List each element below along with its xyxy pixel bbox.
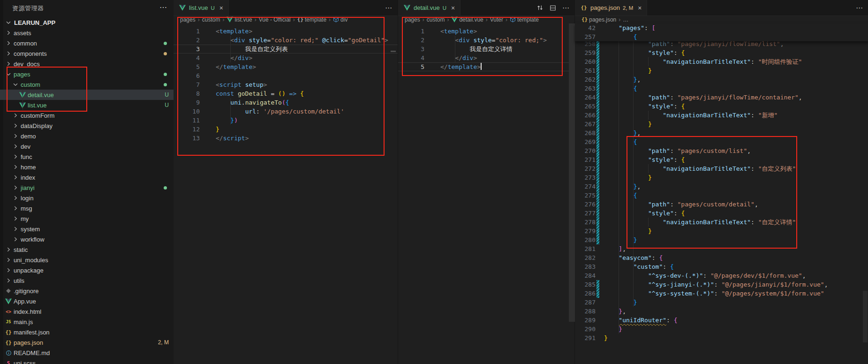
sidebar-item-uni-scss[interactable]: Suni.scss	[0, 358, 174, 364]
code-line-4[interactable]: 4 </div>	[398, 53, 575, 62]
tab-pages-json[interactable]: {} pages.json 2, M ×	[575, 0, 647, 15]
chevron-right-icon[interactable]	[5, 50, 12, 57]
line-number[interactable]: 284	[575, 271, 596, 280]
sidebar-item-my[interactable]: my	[0, 213, 174, 224]
line-number[interactable]: 289	[575, 316, 596, 325]
more-actions-icon[interactable]: ⋯	[856, 4, 863, 12]
tab-list-vue[interactable]: list.vue U ×	[174, 0, 229, 15]
breadcrumb-item[interactable]: pages	[180, 16, 196, 23]
line-number[interactable]: 267	[575, 120, 596, 129]
breadcrumb-item[interactable]: div	[333, 16, 347, 23]
breadcrumb-item[interactable]: {}template	[297, 16, 326, 23]
sidebar-item-readme-md[interactable]: README.md	[0, 348, 174, 358]
code-line-42[interactable]: 42 "pages": [	[575, 23, 868, 32]
line-number[interactable]: 290	[575, 325, 596, 334]
line-number[interactable]: 278	[575, 218, 596, 227]
sidebar-item-login[interactable]: login	[0, 193, 174, 203]
more-actions-icon[interactable]: ⋯	[385, 4, 392, 12]
chevron-right-icon[interactable]	[5, 256, 12, 264]
chevron-right-icon[interactable]	[12, 194, 19, 202]
more-actions-icon[interactable]: ⋯	[562, 4, 569, 12]
code-line-2[interactable]: 2 <div style="color: red;" @click="goDet…	[174, 36, 398, 45]
line-number[interactable]: 3	[398, 45, 424, 53]
line-number[interactable]: 274	[575, 182, 596, 191]
line-number[interactable]: 276	[575, 200, 596, 209]
explorer-more-actions-icon[interactable]: ⋯	[159, 3, 167, 12]
line-number[interactable]: 9	[174, 98, 200, 107]
line-number[interactable]: 268	[575, 129, 596, 137]
code-line-3[interactable]: 3 我是自定义列表	[174, 45, 398, 53]
chevron-right-icon[interactable]	[12, 143, 19, 150]
chevron-down-icon[interactable]	[12, 81, 19, 88]
chevron-right-icon[interactable]	[12, 215, 19, 222]
sidebar-item-func[interactable]: func	[0, 152, 174, 162]
code-line-10[interactable]: 10 url: '/pages/custom/detail'	[174, 107, 398, 116]
tab-detail-vue[interactable]: detail.vue U ×	[398, 0, 460, 15]
code-line-1[interactable]: 1<template>	[398, 27, 575, 36]
code-line-257[interactable]: 257 {	[575, 32, 868, 41]
code-line-5[interactable]: 5</template>	[174, 62, 398, 71]
line-number[interactable]: 272	[575, 164, 596, 173]
sidebar-item-datadisplay[interactable]: dataDisplay	[0, 121, 174, 131]
chevron-right-icon[interactable]	[12, 225, 19, 233]
code-line-11[interactable]: 11 })	[174, 116, 398, 125]
line-number[interactable]: 12	[174, 125, 200, 134]
chevron-right-icon[interactable]	[5, 246, 12, 253]
line-number[interactable]: 285	[575, 280, 596, 289]
line-number[interactable]: 259	[575, 48, 596, 57]
sticky-scroll[interactable]: 42 "pages": [257 {	[575, 23, 868, 41]
sidebar-item-demo[interactable]: demo	[0, 131, 174, 141]
chevron-right-icon[interactable]	[12, 132, 19, 140]
line-number[interactable]: 280	[575, 235, 596, 244]
sidebar-item-manifest-json[interactable]: {}manifest.json	[0, 327, 174, 337]
sidebar-item-custom[interactable]: custom	[0, 79, 174, 90]
breadcrumb-item[interactable]: custom	[427, 16, 445, 23]
chevron-down-icon[interactable]	[5, 19, 12, 26]
line-number[interactable]: 3	[174, 45, 200, 53]
line-number[interactable]: 275	[575, 191, 596, 200]
line-number[interactable]: 263	[575, 84, 596, 93]
code-line-2[interactable]: 2 <div style="color: red;">	[398, 36, 575, 45]
sidebar-item-msg[interactable]: msg	[0, 203, 174, 213]
sidebar-item-static[interactable]: static	[0, 244, 174, 255]
line-number[interactable]: 291	[575, 334, 596, 342]
chevron-right-icon[interactable]	[12, 205, 19, 212]
breadcrumb-item[interactable]: pages	[405, 16, 420, 23]
sidebar-item-app-vue[interactable]: App.vue	[0, 296, 174, 306]
line-number[interactable]: 262	[575, 75, 596, 84]
line-number[interactable]: 283	[575, 262, 596, 271]
sidebar-item-common[interactable]: common	[0, 38, 174, 48]
code-line-3[interactable]: 3 我是自定义详情	[398, 45, 575, 53]
line-number[interactable]: 2	[174, 36, 200, 45]
line-number[interactable]: 270	[575, 146, 596, 155]
sidebar-item-components[interactable]: components	[0, 48, 174, 59]
line-number[interactable]: 265	[575, 102, 596, 111]
line-number[interactable]: 10	[174, 107, 200, 116]
line-number[interactable]: 282	[575, 253, 596, 262]
sidebar-item-dev-docs[interactable]: dev_docs	[0, 59, 174, 69]
code-line-9[interactable]: 9 uni.navigateTo({	[174, 98, 398, 107]
chevron-right-icon[interactable]	[5, 29, 12, 37]
code-editor-pages-json[interactable]: 42 "pages": [257 { 258 "path": "pages/ji…	[575, 23, 868, 364]
code-line-4[interactable]: 4 </div>	[174, 53, 398, 62]
line-number[interactable]: 286	[575, 289, 596, 298]
code-line-291[interactable]: 291}	[575, 334, 868, 342]
open-changes-icon[interactable]	[536, 4, 543, 11]
line-number[interactable]: 271	[575, 155, 596, 164]
code-line-7[interactable]: 7<script setup>	[174, 80, 398, 89]
sidebar-item-list-vue[interactable]: list.vueU	[0, 100, 174, 110]
line-number[interactable]: 287	[575, 298, 596, 307]
line-number[interactable]: 11	[174, 116, 200, 125]
chevron-right-icon[interactable]	[12, 235, 19, 243]
chevron-right-icon[interactable]	[5, 266, 12, 274]
sidebar-item--gitignore[interactable]: .gitignore	[0, 286, 174, 296]
chevron-right-icon[interactable]	[12, 163, 19, 171]
line-number[interactable]: 273	[575, 173, 596, 182]
code-line-8[interactable]: 8const goDetail = () => {	[174, 89, 398, 98]
code-line-1[interactable]: 1<template>	[174, 27, 398, 36]
line-number[interactable]: 260	[575, 57, 596, 66]
scrollbar[interactable]	[863, 291, 868, 342]
sidebar-item-main-js[interactable]: JSmain.js	[0, 317, 174, 327]
line-number[interactable]: 5	[398, 62, 424, 71]
line-number[interactable]: 4	[398, 53, 424, 62]
